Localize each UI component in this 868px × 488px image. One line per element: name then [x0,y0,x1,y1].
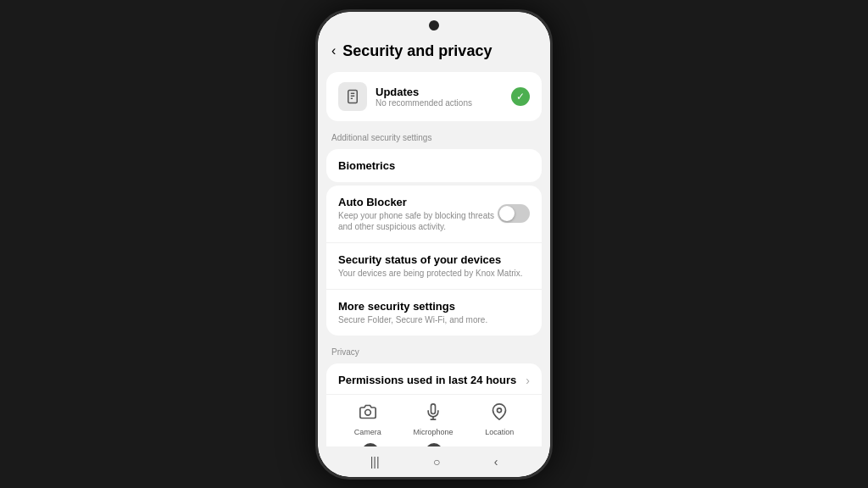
home-button[interactable]: ○ [433,455,440,469]
permissions-24h-header[interactable]: Permissions used in last 24 hours › [326,363,542,395]
power-button [551,97,553,139]
camera-label: Camera [354,428,381,436]
bottom-nav: ||| ○ ‹ [318,446,550,477]
recent-apps-button[interactable]: ||| [370,455,380,469]
phone-frame: ‹ Security and privacy [315,9,553,480]
security-status-title: Security status of your devices [338,253,523,266]
screen-content: ‹ Security and privacy [318,36,550,446]
biometrics-title: Biometrics [338,159,530,172]
permissions-24h-card: Permissions used in last 24 hours › Came… [326,363,542,446]
microphone-permission-item: Microphone [413,403,453,436]
svg-point-4 [364,409,370,415]
auto-blocker-item[interactable]: Auto Blocker Keep your phone safe by blo… [326,186,542,243]
security-status-subtitle: Your devices are being protected by Knox… [338,268,523,279]
updates-status-icon: ✓ [511,87,530,106]
more-security-subtitle: Secure Folder, Secure Wi-Fi, and more. [338,314,487,325]
auto-blocker-subtitle: Keep your phone safe by blocking threats… [338,210,498,232]
auto-blocker-toggle[interactable] [498,204,530,223]
chevron-right-icon: › [526,374,530,387]
microphone-icon [425,403,442,424]
additional-section-label: Additional security settings [318,125,550,146]
nav-back-button[interactable]: ‹ [494,455,498,469]
back-button[interactable]: ‹ [331,43,336,58]
security-settings-list: Auto Blocker Keep your phone safe by blo… [326,186,542,336]
microphone-dot [426,443,442,446]
camera-permission-item: Camera [354,403,381,436]
svg-point-7 [498,408,502,412]
updates-card[interactable]: Updates No recommended actions ✓ [326,72,542,121]
permissions-dot-row: – [326,440,542,446]
microphone-label: Microphone [413,428,453,436]
camera-dot [362,443,379,446]
security-status-item[interactable]: Security status of your devices Your dev… [326,243,542,290]
bixby-button [315,169,317,207]
updates-subtitle: No recommended actions [376,98,472,108]
volume-down-button [315,122,317,160]
location-dash: – [489,443,506,446]
volume-up-button [315,88,317,114]
permissions-24h-title: Permissions used in last 24 hours [338,374,516,386]
biometrics-item[interactable]: Biometrics [326,149,542,182]
toggle-knob [499,206,515,221]
phone-screen: ‹ Security and privacy [318,12,550,477]
location-permission-item: Location [485,403,514,436]
camera-icon [359,403,376,424]
page-title: Security and privacy [342,42,492,60]
page-header: ‹ Security and privacy [318,36,550,69]
location-label: Location [485,428,514,436]
phone-notch [429,20,439,30]
privacy-section-label: Privacy [318,339,550,360]
permissions-icons-row: Camera Microphone [326,395,542,440]
auto-blocker-title: Auto Blocker [338,196,498,208]
updates-icon [338,82,367,111]
more-security-title: More security settings [338,300,487,313]
updates-title: Updates [376,86,472,98]
more-security-item[interactable]: More security settings Secure Folder, Se… [326,290,542,336]
location-icon [491,403,508,424]
